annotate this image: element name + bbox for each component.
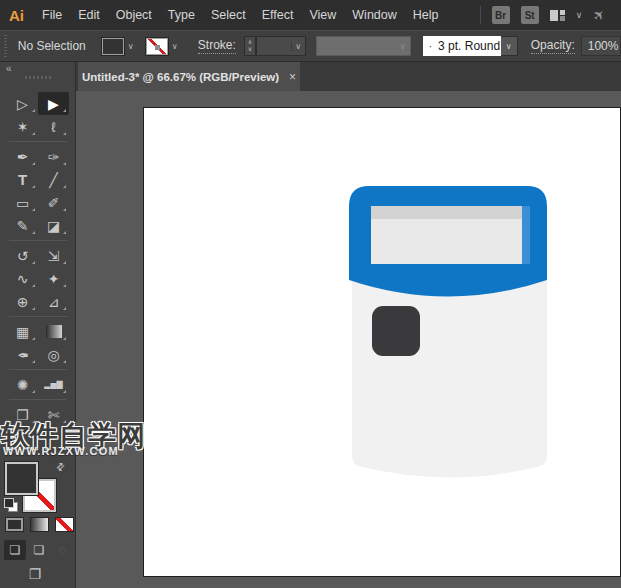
selection-tool[interactable]: ▷ <box>7 92 38 115</box>
panel-collapse-icon[interactable]: « <box>6 63 11 74</box>
curvature-tool[interactable]: ✑ <box>38 145 69 168</box>
workspace-chevron-icon[interactable]: ∨ <box>576 10 583 20</box>
scale-tool[interactable]: ⇲ <box>38 244 69 267</box>
brush-definition-dropdown[interactable]: · 3 pt. Round <box>423 36 501 56</box>
brush-preview-dot: · <box>429 41 432 52</box>
rotate-tool[interactable]: ↺ <box>7 244 38 267</box>
screen-mode-icon: ❐ <box>29 566 42 582</box>
stroke-chevron-icon[interactable]: ∨ <box>168 42 182 51</box>
drawing-modes-row: ❏❏◌ <box>4 540 74 560</box>
menu-object[interactable]: Object <box>108 0 160 30</box>
draw-behind-button[interactable]: ❏ <box>28 540 50 560</box>
shape-builder-tool-icon: ⊕ <box>17 295 29 309</box>
pen-tool[interactable]: ✒ <box>7 145 38 168</box>
puppet-warp-tool-icon: ✦ <box>48 272 60 286</box>
controlbar-grip[interactable] <box>4 35 9 57</box>
paintbrush-tool[interactable]: ✐ <box>38 191 69 214</box>
line-segment-tool-icon: ╱ <box>49 173 57 187</box>
artboard[interactable] <box>143 107 621 577</box>
paint-gradient-button[interactable] <box>30 517 49 532</box>
shaper-tool[interactable]: ✎ <box>7 214 38 237</box>
stroke-weight-label[interactable]: Stroke: <box>198 38 236 54</box>
canvas-pasteboard[interactable] <box>76 91 621 588</box>
opacity-field[interactable]: 100% <box>581 36 621 56</box>
shaper-tool-icon: ✎ <box>17 219 29 233</box>
gpu-performance-icon[interactable]: ✈ <box>589 5 609 25</box>
slice-tool[interactable]: ✄ <box>38 403 69 426</box>
rectangle-tool-icon: ▭ <box>16 196 29 210</box>
draw-inside-button[interactable]: ◌ <box>52 540 74 560</box>
workspace-switcher-icon[interactable] <box>550 10 565 21</box>
document-tab[interactable]: Untitled-3* @ 66.67% (RGB/Preview) × <box>78 62 300 91</box>
brush-definition-group: · 3 pt. Round ∨ <box>423 36 518 56</box>
shape-builder-tool[interactable]: ⊕ <box>7 290 38 313</box>
menu-effect[interactable]: Effect <box>254 0 302 30</box>
fill-color-swatch[interactable] <box>102 38 124 55</box>
fill-proxy-swatch[interactable] <box>5 462 38 495</box>
magic-wand-tool[interactable]: ✶ <box>7 115 38 138</box>
menu-help[interactable]: Help <box>405 0 447 30</box>
paint-color-button[interactable] <box>5 517 24 532</box>
eraser-tool-icon: ◪ <box>47 219 60 233</box>
blend-tool[interactable]: ◎ <box>38 343 69 366</box>
stepper-down-icon[interactable]: ∨ <box>245 46 255 53</box>
fill-chevron-icon[interactable]: ∨ <box>124 42 138 51</box>
mesh-tool[interactable]: ▦ <box>7 320 38 343</box>
menu-edit[interactable]: Edit <box>70 0 108 30</box>
eyedropper-tool[interactable]: ✒ <box>7 343 38 366</box>
stock-button[interactable]: St <box>521 6 539 24</box>
stroke-weight-stepper[interactable]: ∧ ∨ <box>244 36 256 56</box>
line-segment-tool[interactable]: ╱ <box>38 168 69 191</box>
stroke-color-swatch[interactable] <box>146 38 168 55</box>
type-tool[interactable]: T <box>7 168 38 191</box>
stepper-up-icon[interactable]: ∧ <box>245 39 255 46</box>
artboard-tool[interactable]: ❐ <box>7 403 38 426</box>
menu-type[interactable]: Type <box>160 0 203 30</box>
paint-none-button[interactable] <box>55 517 74 532</box>
tab-close-icon[interactable]: × <box>289 70 296 84</box>
toolbar-separator <box>7 138 69 145</box>
toolbar-separator <box>7 313 69 320</box>
panel-grip[interactable] <box>25 76 51 79</box>
perspective-grid-tool-icon: ⊿ <box>48 295 60 309</box>
menu-view[interactable]: View <box>301 0 344 30</box>
tools-panel: « ▷▶✶ℓ✒✑T╱▭✐✎◪↺⇲∿✦⊕⊿▦✒◎✺▂▅▇❐✄ ⇄ ❏❏◌ ❐ <box>0 62 76 588</box>
brush-definition-chevron-icon[interactable]: ∨ <box>501 36 518 56</box>
column-graph-tool[interactable]: ▂▅▇ <box>38 373 69 396</box>
bridge-button[interactable]: Br <box>492 6 510 24</box>
paintbrush-tool-icon: ✐ <box>48 196 60 210</box>
perspective-grid-tool[interactable]: ⊿ <box>38 290 69 313</box>
menu-window[interactable]: Window <box>344 0 404 30</box>
stroke-weight-dropdown[interactable]: ∨ <box>256 36 305 56</box>
selection-status-label: No Selection <box>18 39 86 53</box>
machine-handle-shape[interactable] <box>372 306 420 356</box>
rectangle-tool[interactable]: ▭ <box>7 191 38 214</box>
menubar-separator <box>480 6 481 24</box>
eraser-tool[interactable]: ◪ <box>38 214 69 237</box>
gradient-tool[interactable] <box>38 320 69 343</box>
swap-fill-stroke-icon[interactable]: ⇄ <box>53 460 67 474</box>
draw-normal-button[interactable]: ❏ <box>4 540 26 560</box>
menubar-right: Br St ∨ ✈ <box>480 6 621 24</box>
column-graph-tool-icon: ▂▅▇ <box>44 381 62 389</box>
fill-color-group: ∨ <box>102 38 138 55</box>
symbol-sprayer-tool[interactable]: ✺ <box>7 373 38 396</box>
magic-wand-tool-icon: ✶ <box>17 120 29 134</box>
default-fill-stroke-icon[interactable] <box>4 498 18 512</box>
opacity-label[interactable]: Opacity: <box>531 38 575 54</box>
toolbar-separator <box>7 237 69 244</box>
puppet-warp-tool[interactable]: ✦ <box>38 267 69 290</box>
pen-tool-icon: ✒ <box>17 150 29 164</box>
gradient-tool-icon <box>46 325 62 338</box>
lasso-tool[interactable]: ℓ <box>38 115 69 138</box>
screen-mode-button[interactable]: ❐ <box>15 564 55 584</box>
menu-select[interactable]: Select <box>203 0 254 30</box>
stroke-weight-chevron-icon[interactable]: ∨ <box>291 42 305 51</box>
brush-definition-value: 3 pt. Round <box>438 39 500 53</box>
mesh-tool-icon: ▦ <box>16 325 29 339</box>
menu-file[interactable]: File <box>34 0 70 30</box>
scale-tool-icon: ⇲ <box>48 249 60 263</box>
direct-selection-tool[interactable]: ▶ <box>38 92 69 115</box>
width-tool[interactable]: ∿ <box>7 267 38 290</box>
opacity-value: 100% <box>588 39 619 53</box>
